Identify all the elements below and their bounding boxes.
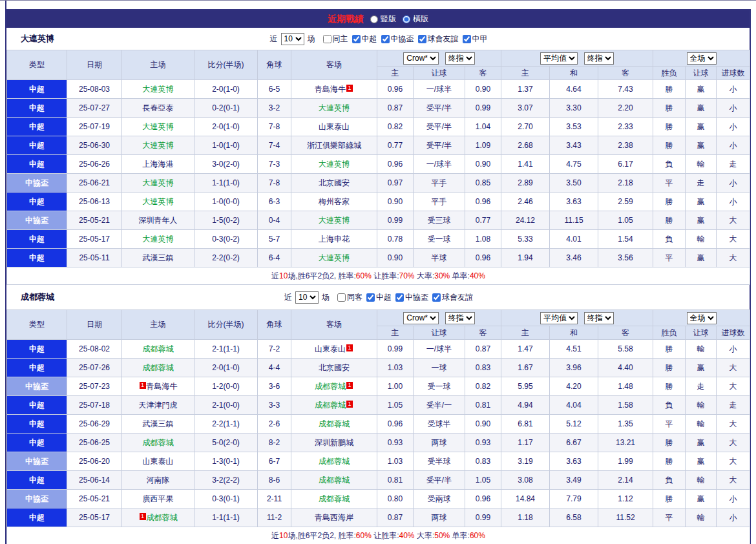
filter-checkbox[interactable] (352, 35, 361, 43)
asian-odds-1: 半球 (414, 249, 465, 267)
asian-stage-select[interactable]: 终指 (445, 312, 475, 324)
asian-odds-2: 0.96 (465, 193, 501, 211)
asian-odds-1: 两球 (414, 508, 465, 527)
asian-odds-0: 0.90 (377, 249, 414, 267)
result-2: 小 (717, 508, 750, 527)
team-name: 成都蓉城 (319, 457, 350, 466)
filter-中協盃[interactable]: 中協盃 (381, 34, 414, 45)
filter-checkbox[interactable] (366, 293, 375, 302)
period-select[interactable]: 全场 (687, 52, 717, 65)
col-handicap-result: 让球 (686, 67, 717, 80)
euro-odds-1: 4.51 (550, 340, 598, 359)
col-home: 主场 (122, 310, 194, 340)
asian-odds-2: 0.90 (465, 415, 501, 434)
corner-count: 11-2 (258, 508, 291, 527)
filter-checkbox[interactable] (395, 293, 404, 302)
asian-odds-1: 两球 (414, 434, 465, 452)
summary-segment: 60% (356, 531, 372, 540)
result-0: 平 (653, 249, 686, 267)
match-date: 25-08-02 (67, 340, 122, 359)
recent-count-select[interactable]: 10 (281, 33, 304, 45)
euro-avg-select[interactable]: 平均值 (540, 312, 578, 324)
filter-中超[interactable]: 中超 (366, 292, 392, 303)
result-1: 赢 (686, 434, 717, 452)
match-row: 中協盃25-06-21大連英博1-1(1-0)7-8北京國安0.97平手0.85… (7, 174, 750, 193)
away-team-cell: 青島海牛1 (291, 80, 377, 99)
result-2: 小 (717, 136, 750, 155)
filter-同主[interactable]: 同主 (323, 34, 348, 45)
result-2: 小 (717, 99, 750, 118)
corner-count: 6-5 (258, 80, 291, 99)
euro-odds-0: 1.37 (501, 80, 550, 99)
vertical-layout-radio[interactable] (370, 16, 378, 23)
filter-球會友誼[interactable]: 球會友誼 (432, 292, 473, 303)
col-corner: 角球 (258, 310, 291, 340)
euro-stage-select[interactable]: 终指 (584, 52, 614, 65)
asian-odds-0: 1.00 (377, 377, 414, 396)
euro-odds-1: 3.30 (550, 99, 598, 118)
team-section-chengdu: 成都蓉城 近10场同客中超中協盃球會友誼 类型 日期 主场 比分(半场) (6, 285, 750, 544)
summary-segment: 30% (434, 271, 450, 280)
euro-odds-2: 1.05 (598, 211, 653, 230)
filter-checkbox[interactable] (463, 35, 471, 43)
match-date: 25-07-18 (67, 396, 122, 415)
period-select[interactable]: 全场 (687, 312, 717, 324)
filter-同客[interactable]: 同客 (337, 292, 362, 303)
away-team-cell: 大連英博 (291, 99, 377, 118)
match-row: 中協盃25-05-21深圳青年人1-5(0-2)0-4大連英博0.99受三球0.… (7, 211, 750, 230)
matches-table: 类型 日期 主场 比分(半场) 角球 客场 Crow* 终指 平均值 终指 (6, 309, 750, 544)
match-type: 中協盃 (7, 211, 67, 230)
result-0: 負 (653, 471, 686, 490)
match-type: 中超 (7, 340, 67, 359)
asian-odds-2: 0.99 (465, 508, 501, 527)
filter-checkbox[interactable] (432, 293, 441, 302)
euro-stage-select[interactable]: 终指 (584, 312, 614, 324)
filter-球會友誼[interactable]: 球會友誼 (418, 34, 459, 45)
asian-odds-2: 1.04 (465, 118, 501, 136)
match-type: 中超 (7, 359, 67, 377)
away-team-cell: 山東泰山1 (291, 340, 377, 359)
away-team-cell: 北京國安 (291, 174, 377, 193)
match-score: 1-1(1-0) (194, 174, 258, 193)
summary-segment: 40% (470, 271, 485, 280)
filter-中協盃[interactable]: 中協盃 (395, 292, 428, 303)
filter-中超[interactable]: 中超 (352, 34, 377, 45)
layout-option-horizontal[interactable]: 橫版 (403, 14, 428, 25)
team-name: 成都蓉城 (319, 476, 350, 485)
home-team-cell: 上海海港 (122, 155, 194, 174)
filter-中甲[interactable]: 中甲 (463, 34, 488, 45)
filter-checkbox[interactable] (337, 293, 346, 302)
euro-odds-1: 4.20 (550, 377, 598, 396)
result-1: 走 (686, 174, 717, 193)
layout-option-vertical[interactable]: 豎版 (370, 14, 396, 25)
match-score: 1-2(0-0) (194, 377, 258, 396)
result-0: 勝 (653, 452, 686, 471)
result-0: 勝 (653, 136, 686, 155)
result-2: 大 (717, 452, 750, 471)
filter-checkbox[interactable] (323, 35, 331, 43)
euro-odds-2: 2.59 (598, 193, 653, 211)
bookmaker-select[interactable]: Crow* (403, 52, 439, 65)
red-card-badge: 1 (140, 513, 146, 520)
home-team-cell: 大連英博 (122, 193, 194, 211)
filter-checkbox[interactable] (381, 35, 390, 43)
asian-odds-2: 0.96 (465, 490, 501, 508)
euro-odds-header: 平均值 终指 (501, 310, 653, 326)
euro-odds-1: 3.50 (550, 174, 598, 193)
asian-odds-0: 0.87 (377, 99, 414, 118)
result-2: 大 (717, 249, 750, 267)
matches-table: 类型 日期 主场 比分(半场) 角球 客场 Crow* 终指 平均值 终指 (6, 50, 750, 285)
bookmaker-select[interactable]: Crow* (403, 312, 439, 324)
euro-odds-2: 1.12 (598, 490, 653, 508)
horizontal-layout-radio[interactable] (403, 16, 410, 23)
result-2: 走 (717, 155, 750, 174)
asian-odds-0: 0.97 (377, 174, 414, 193)
filter-checkbox[interactable] (418, 35, 426, 43)
asian-stage-select[interactable]: 终指 (445, 52, 475, 65)
euro-avg-select[interactable]: 平均值 (540, 52, 578, 65)
filter-label: 中協盃 (405, 292, 428, 303)
asian-odds-header: Crow* 终指 (377, 310, 501, 326)
corner-count: 3-2 (258, 99, 291, 118)
asian-odds-0: 1.03 (377, 359, 414, 377)
recent-count-select[interactable]: 10 (295, 291, 319, 304)
